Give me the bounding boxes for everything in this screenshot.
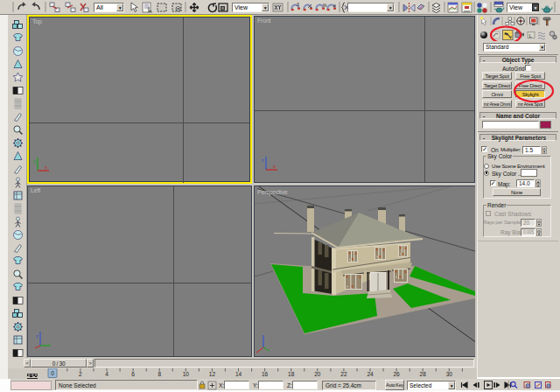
svg-text:%: %	[323, 3, 327, 8]
svg-text:y: y	[33, 158, 36, 164]
svg-text:18: 18	[288, 371, 295, 377]
svg-text:24: 24	[367, 371, 374, 377]
svg-text:0: 0	[51, 370, 54, 376]
svg-text:28: 28	[420, 371, 427, 377]
svg-text:10: 10	[183, 371, 190, 377]
svg-text:12: 12	[209, 371, 216, 377]
svg-text:6: 6	[131, 371, 135, 377]
svg-text:4: 4	[105, 371, 108, 377]
svg-text:Perspective: Perspective	[257, 189, 288, 196]
svg-text:3: 3	[297, 2, 299, 7]
svg-text:16: 16	[262, 371, 269, 377]
svg-text:z: z	[262, 158, 264, 163]
svg-text:30: 30	[446, 371, 453, 377]
svg-text:x: x	[45, 164, 47, 170]
svg-text:22: 22	[340, 371, 347, 377]
svg-text:14: 14	[235, 371, 242, 377]
svg-text:8: 8	[158, 371, 161, 377]
svg-text:26: 26	[393, 371, 400, 377]
svg-text:x: x	[273, 164, 276, 169]
svg-text:2: 2	[79, 371, 82, 377]
svg-text:20: 20	[314, 371, 321, 377]
svg-text:a: a	[333, 3, 336, 8]
svg-text:z: z	[36, 333, 38, 339]
